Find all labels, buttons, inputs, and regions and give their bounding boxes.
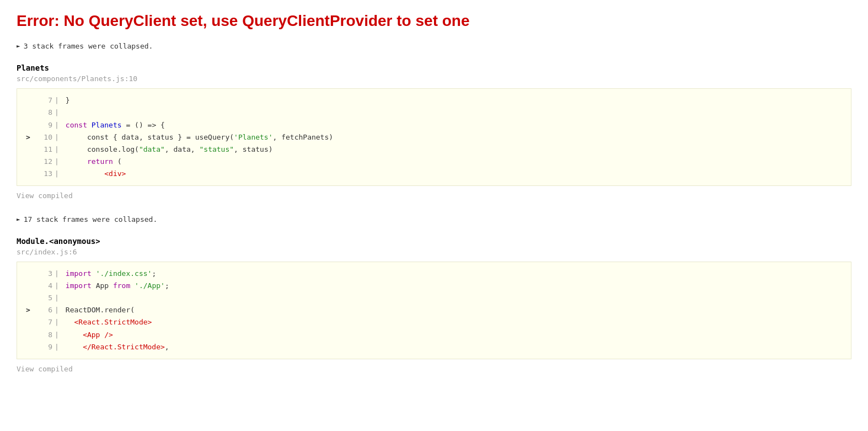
stack-file-path-1: src/components/Planets.js:10 — [17, 75, 851, 83]
line-pipe: | — [55, 316, 59, 328]
code-line-1-12: 12 | return ( — [17, 156, 851, 168]
line-content: } — [66, 94, 842, 107]
line-pipe: | — [55, 119, 59, 131]
line-number: 9 — [35, 341, 52, 353]
code-line-1-8: 8 | — [17, 107, 851, 119]
collapsed-arrow-1: ► — [17, 42, 20, 50]
line-number: 3 — [35, 268, 52, 280]
line-marker — [26, 292, 35, 304]
line-content: return ( — [66, 156, 842, 168]
stack-section-1: Planets src/components/Planets.js:10 7 |… — [17, 63, 851, 200]
line-pipe: | — [55, 131, 59, 143]
line-marker — [26, 119, 35, 131]
line-number: 4 — [35, 280, 52, 292]
line-pipe: | — [55, 292, 59, 304]
line-marker — [26, 280, 35, 292]
line-pipe: | — [55, 329, 59, 341]
line-pipe: | — [55, 94, 59, 107]
stack-file-path-2: src/index.js:6 — [17, 248, 851, 256]
line-marker-active: > — [26, 131, 35, 143]
code-line-1-9: 9 | const Planets = () => { — [17, 119, 851, 131]
line-number: 13 — [35, 168, 52, 180]
stack-function-name-1: Planets — [17, 63, 851, 72]
line-content: <App /> — [66, 329, 842, 341]
line-pipe: | — [55, 143, 59, 156]
code-line-1-10: > 10 | const { data, status } = useQuery… — [17, 131, 851, 143]
code-line-2-6: > 6 | ReactDOM.render( — [17, 304, 851, 316]
code-block-2: 3 | import './index.css'; 4 | import App… — [17, 262, 851, 359]
line-content: const Planets = () => { — [66, 119, 842, 131]
line-number: 6 — [35, 304, 52, 316]
line-content: </React.StrictMode>, — [66, 341, 842, 353]
line-marker — [26, 329, 35, 341]
line-number: 5 — [35, 292, 52, 304]
code-block-1: 7 | } 8 | 9 | const Planets = () => { > … — [17, 88, 851, 186]
line-marker — [26, 341, 35, 353]
line-pipe: | — [55, 168, 59, 180]
stack-function-name-2: Module.<anonymous> — [17, 237, 851, 246]
collapsed-frames-2[interactable]: ► 17 stack frames were collapsed. — [17, 215, 851, 224]
code-line-2-7: 7 | <React.StrictMode> — [17, 316, 851, 328]
code-line-2-8: 8 | <App /> — [17, 329, 851, 341]
line-pipe: | — [55, 341, 59, 353]
collapsed-frames-1-text: 3 stack frames were collapsed. — [24, 42, 153, 50]
line-content: import App from './App'; — [66, 280, 842, 292]
line-content: import './index.css'; — [66, 268, 842, 280]
line-marker-active: > — [26, 304, 35, 316]
line-pipe: | — [55, 107, 59, 119]
line-number: 9 — [35, 119, 52, 131]
error-title: Error: No QueryClient set, use QueryClie… — [17, 11, 851, 31]
line-content: ReactDOM.render( — [66, 304, 842, 316]
line-pipe: | — [55, 280, 59, 292]
line-content: const { data, status } = useQuery('Plane… — [66, 131, 842, 143]
line-content: <div> — [66, 168, 842, 180]
line-number: 7 — [35, 316, 52, 328]
collapsed-frames-1[interactable]: ► 3 stack frames were collapsed. — [17, 42, 851, 50]
code-line-2-3: 3 | import './index.css'; — [17, 268, 851, 280]
line-marker — [26, 268, 35, 280]
line-pipe: | — [55, 268, 59, 280]
code-line-2-4: 4 | import App from './App'; — [17, 280, 851, 292]
line-marker — [26, 94, 35, 107]
line-marker — [26, 168, 35, 180]
code-line-1-11: 11 | console.log("data", data, "status",… — [17, 143, 851, 156]
collapsed-frames-2-text: 17 stack frames were collapsed. — [24, 215, 158, 224]
line-number: 12 — [35, 156, 52, 168]
line-marker — [26, 143, 35, 156]
view-compiled-2[interactable]: View compiled — [17, 365, 851, 373]
collapsed-arrow-2: ► — [17, 216, 20, 223]
line-marker — [26, 316, 35, 328]
line-number: 11 — [35, 143, 52, 156]
line-marker — [26, 156, 35, 168]
code-line-2-5: 5 | — [17, 292, 851, 304]
line-pipe: | — [55, 156, 59, 168]
view-compiled-1[interactable]: View compiled — [17, 191, 851, 200]
code-line-2-9: 9 | </React.StrictMode>, — [17, 341, 851, 353]
code-line-1-13: 13 | <div> — [17, 168, 851, 180]
line-content: console.log("data", data, "status", stat… — [66, 143, 842, 156]
line-number: 7 — [35, 94, 52, 107]
line-content: <React.StrictMode> — [66, 316, 842, 328]
line-number: 8 — [35, 329, 52, 341]
stack-section-2: Module.<anonymous> src/index.js:6 3 | im… — [17, 237, 851, 373]
line-pipe: | — [55, 304, 59, 316]
line-number: 10 — [35, 131, 52, 143]
line-number: 8 — [35, 107, 52, 119]
code-line-1-7: 7 | } — [17, 94, 851, 107]
line-marker — [26, 107, 35, 119]
